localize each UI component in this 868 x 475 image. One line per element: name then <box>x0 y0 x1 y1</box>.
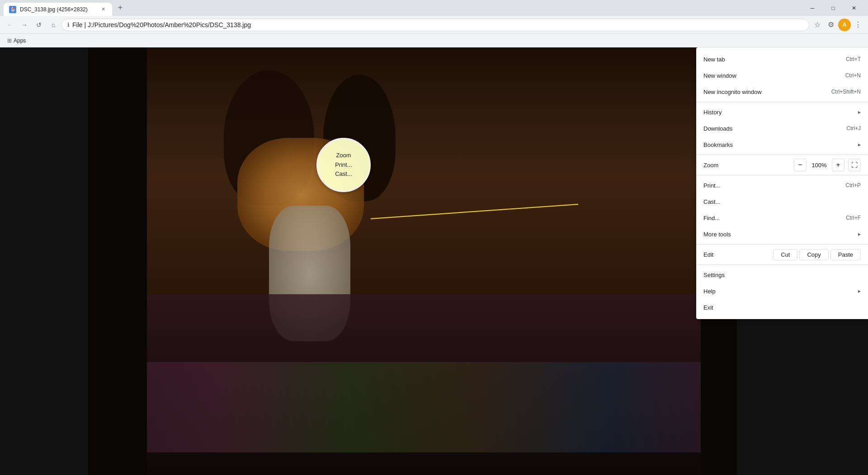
menu-more-tools-arrow: ▸ <box>858 231 861 237</box>
menu-more-tools[interactable]: More tools ▸ <box>696 226 868 242</box>
menu-new-incognito-shortcut: Ctrl+Shift+N <box>831 89 861 95</box>
zoom-circle-zoom: Zoom <box>336 151 351 160</box>
apps-grid-icon: ⊞ <box>7 38 12 44</box>
menu-cast[interactable]: Cast... <box>696 193 868 210</box>
tab-close-button[interactable]: ✕ <box>99 6 107 13</box>
toolbar-right: ☆ ⚙ A ⋮ <box>811 19 864 31</box>
menu-new-incognito[interactable]: New incognito window Ctrl+Shift+N <box>696 84 868 100</box>
menu-exit[interactable]: Exit <box>696 299 868 315</box>
menu-section-actions: Print... Ctrl+P Cast... Find... Ctrl+F M… <box>696 175 868 245</box>
apps-bookmark[interactable]: ⊞ Apps <box>4 37 29 45</box>
zoom-label: Zoom <box>703 162 794 169</box>
menu-find-label: Find... <box>703 215 839 221</box>
minimize-button[interactable]: ─ <box>802 0 823 16</box>
zoom-fullscreen-button[interactable]: ⛶ <box>848 159 861 171</box>
menu-print[interactable]: Print... Ctrl+P <box>696 177 868 193</box>
menu-history-label: History <box>703 109 854 116</box>
menu-new-tab-label: New tab <box>703 56 839 63</box>
security-icon: ℹ <box>67 22 70 28</box>
forward-button[interactable]: → <box>18 19 31 31</box>
browser-frame: 🐕 DSC_3138.jpg (4256×2832) ✕ + ─ □ ✕ ← →… <box>0 0 868 475</box>
back-button[interactable]: ← <box>4 19 16 31</box>
edit-label: Edit <box>703 251 771 258</box>
toolbar: ← → ↺ ⌂ ℹ File | J:/Pictures/Dog%20Photo… <box>0 16 868 34</box>
paste-button[interactable]: Paste <box>830 249 861 260</box>
menu-section-nav: History ▸ Downloads Ctrl+J Bookmarks ▸ <box>696 102 868 155</box>
menu-new-window-label: New window <box>703 72 838 79</box>
close-button[interactable]: ✕ <box>844 0 864 16</box>
menu-history[interactable]: History ▸ <box>696 104 868 120</box>
zoom-controls: − 100% + ⛶ <box>794 159 861 171</box>
menu-section-zoom: Zoom − 100% + ⛶ <box>696 155 868 175</box>
maximize-button[interactable]: □ <box>823 0 844 16</box>
menu-downloads[interactable]: Downloads Ctrl+J <box>696 120 868 136</box>
new-tab-button[interactable]: + <box>114 1 127 14</box>
zoom-circle-cast: Cast... <box>335 169 352 179</box>
profile-button[interactable]: A <box>838 19 851 31</box>
menu-settings[interactable]: Settings <box>696 267 868 283</box>
menu-more-tools-label: More tools <box>703 231 854 238</box>
tab-favicon: 🐕 <box>9 6 16 13</box>
menu-new-window-shortcut: Ctrl+N <box>845 72 861 79</box>
menu-section-new: New tab Ctrl+T New window Ctrl+N New inc… <box>696 49 868 102</box>
address-bar[interactable]: ℹ File | J:/Pictures/Dog%20Photos/Amber%… <box>61 19 809 31</box>
zoom-row: Zoom − 100% + ⛶ <box>696 157 868 173</box>
menu-print-shortcut: Ctrl+P <box>845 182 861 188</box>
active-tab[interactable]: 🐕 DSC_3138.jpg (4256×2832) ✕ <box>4 3 112 16</box>
menu-settings-label: Settings <box>703 272 861 278</box>
menu-section-settings: Settings Help ▸ Exit <box>696 265 868 317</box>
menu-downloads-shortcut: Ctrl+J <box>846 125 861 132</box>
zoom-value: 100% <box>810 162 828 169</box>
menu-new-incognito-label: New incognito window <box>703 89 824 95</box>
home-button[interactable]: ⌂ <box>47 19 60 31</box>
chrome-menu-button[interactable]: ⋮ <box>852 19 864 31</box>
menu-print-label: Print... <box>703 182 838 189</box>
cut-button[interactable]: Cut <box>773 249 797 260</box>
photo-background <box>88 47 737 475</box>
bookmark-star-button[interactable]: ☆ <box>811 19 824 31</box>
zoom-annotation-circle: Zoom Print... Cast... <box>316 138 371 192</box>
apps-label: Apps <box>14 38 26 44</box>
menu-cast-label: Cast... <box>703 198 861 205</box>
chrome-menu: New tab Ctrl+T New window Ctrl+N New inc… <box>696 47 868 319</box>
copy-button[interactable]: Copy <box>799 249 828 260</box>
reload-button[interactable]: ↺ <box>33 19 45 31</box>
address-text: File | J:/Pictures/Dog%20Photos/Amber%20… <box>72 21 803 28</box>
content-area: Zoom Print... Cast... New tab Ctrl+T New… <box>0 47 868 475</box>
menu-new-tab-shortcut: Ctrl+T <box>846 56 861 62</box>
menu-new-window[interactable]: New window Ctrl+N <box>696 67 868 84</box>
menu-history-arrow: ▸ <box>858 109 861 115</box>
menu-find[interactable]: Find... Ctrl+F <box>696 210 868 226</box>
black-left <box>0 47 88 475</box>
bookmarks-bar: ⊞ Apps <box>0 34 868 47</box>
edit-row: Edit Cut Copy Paste <box>696 246 868 263</box>
extensions-button[interactable]: ⚙ <box>825 19 837 31</box>
window-controls: ─ □ ✕ <box>798 0 868 16</box>
menu-help[interactable]: Help ▸ <box>696 283 868 299</box>
menu-bookmarks-arrow: ▸ <box>858 141 861 148</box>
menu-exit-label: Exit <box>703 304 861 311</box>
zoom-minus-button[interactable]: − <box>794 159 807 171</box>
title-bar: 🐕 DSC_3138.jpg (4256×2832) ✕ + ─ □ ✕ <box>0 0 868 16</box>
menu-bookmarks[interactable]: Bookmarks ▸ <box>696 136 868 153</box>
zoom-plus-button[interactable]: + <box>832 159 844 171</box>
menu-downloads-label: Downloads <box>703 125 839 132</box>
tab-area: 🐕 DSC_3138.jpg (4256×2832) ✕ + <box>0 1 868 16</box>
tab-title: DSC_3138.jpg (4256×2832) <box>20 6 96 13</box>
zoom-circle-print: Print... <box>335 160 352 170</box>
menu-new-tab[interactable]: New tab Ctrl+T <box>696 51 868 67</box>
menu-section-edit: Edit Cut Copy Paste <box>696 245 868 265</box>
menu-help-label: Help <box>703 288 854 295</box>
menu-find-shortcut: Ctrl+F <box>846 215 861 221</box>
menu-help-arrow: ▸ <box>858 288 861 294</box>
menu-bookmarks-label: Bookmarks <box>703 141 854 148</box>
